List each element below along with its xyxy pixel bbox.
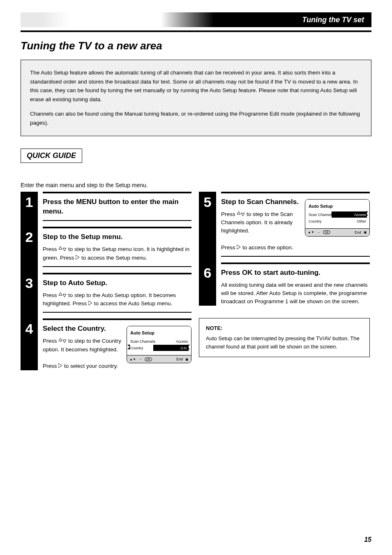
step-5: 5 Auto Setup ◤◣	[199, 192, 370, 257]
step-title-text: Press	[221, 269, 242, 276]
step-number: 5	[199, 192, 216, 212]
screen-end-label: End	[176, 357, 183, 361]
info-paragraph: The Auto Setup feature allows the automa…	[30, 68, 362, 104]
info-box: The Auto Setup feature allows the automa…	[21, 60, 371, 136]
end-icon: ▣	[364, 230, 367, 234]
step-1: 1 Press the MENU button to enter the mai…	[21, 192, 191, 221]
screen-country-label: Country	[130, 346, 143, 350]
arrow-right-icon: →	[317, 230, 321, 235]
nav-arrows-icon: ▲▼	[308, 230, 314, 234]
step-title-text: Press the	[43, 198, 76, 206]
step-desc-text: to access the option.	[242, 244, 293, 251]
step-number: 2	[21, 227, 38, 247]
screen-scan-value: Access	[176, 339, 188, 344]
screen-country-value: Other	[357, 219, 366, 223]
screen-title: Auto Setup	[309, 204, 366, 209]
step-desc-text: Press	[43, 363, 58, 369]
svg-marker-9	[237, 211, 240, 214]
divider	[21, 30, 371, 32]
screen-scan-label: Scan Channels	[130, 339, 155, 344]
note-body: Auto Setup can be interrupted by pressin…	[206, 334, 363, 351]
step-desc-text: to access the Auto Setup menu.	[94, 300, 173, 307]
right-icon	[88, 300, 94, 307]
right-icon	[58, 363, 64, 369]
svg-marker-2	[76, 255, 79, 260]
ok-badge-icon: OK	[323, 230, 330, 234]
screen-scan-label: Scan Channels	[309, 213, 334, 217]
svg-marker-6	[59, 338, 62, 341]
note-title: NOTE:	[206, 324, 363, 332]
svg-marker-10	[241, 213, 244, 216]
screen-footer: ▲▼ → OK End ▣	[305, 228, 369, 236]
up-down-icon	[237, 211, 247, 217]
step-number: 6	[199, 262, 216, 283]
up-down-icon	[58, 246, 68, 252]
screen-country-value: U.K.	[180, 346, 188, 350]
end-icon: ▣	[185, 358, 189, 361]
svg-marker-7	[63, 340, 66, 343]
step-desc-text: to select your country.	[64, 363, 118, 369]
step-desc-text: to access the Setup menu.	[81, 255, 147, 261]
screen-scan-value: Access	[354, 213, 366, 217]
step-title: Step to the Setup menu.	[43, 232, 191, 242]
step-2: 2 Step to the Setup menu. Press to step …	[21, 227, 191, 267]
info-paragraph: Channels can also be found using the Man…	[30, 109, 362, 127]
step-3: 3 Step to Auto Setup. Press to step to t…	[21, 273, 191, 313]
up-down-icon	[58, 338, 68, 344]
step-title: Step to Auto Setup.	[43, 279, 191, 288]
svg-marker-11	[237, 245, 240, 249]
step-desc-text: Press	[43, 338, 58, 344]
step-desc-text: Press	[221, 211, 237, 217]
step-4: 4 Auto Setup Scan Channels Access	[21, 318, 191, 370]
screen-title: Auto Setup	[130, 330, 188, 335]
arrow-right-icon: →	[138, 357, 142, 361]
svg-marker-3	[59, 293, 62, 295]
chapter-header: Tuning the TV set	[21, 12, 371, 27]
screen-mock-auto-setup: Auto Setup ◤◣ Scan Channels Access	[305, 199, 370, 237]
svg-marker-8	[58, 363, 62, 368]
step-number: 3	[21, 273, 38, 293]
step-desc-text: All existing tuning data will be erased …	[221, 281, 370, 306]
nav-arrows-icon: ▲▼	[129, 358, 136, 361]
step-desc-text: Press	[43, 292, 58, 298]
screen-country-label: Country	[309, 219, 322, 223]
ok-badge-icon: OK	[145, 358, 152, 361]
step-title-text: to start auto-tuning.	[253, 269, 321, 276]
ok-button-label: OK	[242, 269, 253, 276]
intro-text: Enter the main menu and step to the Setu…	[21, 182, 191, 188]
svg-marker-0	[59, 246, 62, 249]
up-down-icon	[58, 292, 68, 298]
menu-button-label: MENU	[76, 198, 97, 206]
step-number: 4	[21, 318, 38, 339]
svg-marker-5	[88, 301, 92, 305]
screen-end-label: End	[355, 230, 361, 235]
screen-footer: ▲▼ → OK End ▣	[127, 355, 191, 363]
right-icon	[76, 255, 81, 261]
page-title: Tuning the TV to a new area	[21, 39, 371, 52]
note-box: NOTE: Auto Setup can be interrupted by p…	[199, 318, 370, 357]
right-icon	[237, 244, 242, 251]
quick-guide-label: QUICK GUIDE	[21, 149, 82, 163]
step-number: 1	[21, 192, 38, 212]
svg-marker-1	[63, 248, 66, 251]
step-desc-text: Press	[43, 246, 58, 252]
page-number: 15	[364, 536, 371, 543]
screen-mock-auto-setup: Auto Setup Scan Channels Access ◥◢	[127, 326, 191, 363]
chapter-title: Tuning the TV set	[302, 16, 364, 24]
step-6: 6 Press OK to start auto-tuning. All exi…	[199, 262, 370, 306]
svg-marker-4	[63, 294, 66, 297]
step-desc-text: Press	[221, 244, 237, 251]
